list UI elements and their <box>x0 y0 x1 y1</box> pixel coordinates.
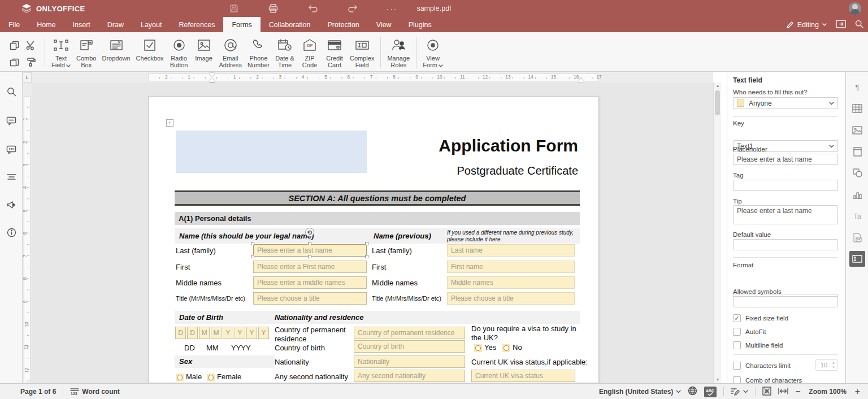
characters-limit-spinner[interactable]: 10▲▼ <box>815 359 838 371</box>
rotate-handle[interactable] <box>305 228 314 237</box>
tag-input[interactable] <box>733 180 838 191</box>
header-footer-settings-button[interactable] <box>849 144 865 159</box>
resize-handle[interactable] <box>251 255 254 258</box>
radio-button-button[interactable]: RadioButton <box>167 36 192 68</box>
characters-limit-checkbox[interactable]: Characters limit 10▲▼ <box>733 362 838 370</box>
paragraph-settings-button[interactable]: ¶ <box>849 79 865 95</box>
tab-file[interactable]: File <box>0 17 28 32</box>
phone-number-button[interactable]: PhoneNumber <box>245 36 272 68</box>
multiline-checkbox[interactable]: Multiline field <box>733 341 838 349</box>
fixed-size-checkbox[interactable]: ✓Fixed size field <box>733 314 838 322</box>
chart-settings-button[interactable] <box>849 187 865 202</box>
nationality-field[interactable]: Nationality <box>354 355 465 368</box>
tab-stop-selector[interactable]: L <box>23 72 32 83</box>
user-avatar[interactable] <box>849 2 861 15</box>
chat-button[interactable] <box>0 139 23 160</box>
middle-names-prev-field[interactable]: Middle names <box>447 276 575 289</box>
country-of-birth-field[interactable]: Country of birth <box>354 340 465 353</box>
tab-protection[interactable]: Protection <box>319 17 368 32</box>
fit-width-button[interactable] <box>778 388 788 396</box>
hanging-indent-marker[interactable] <box>209 78 215 82</box>
text-field-button[interactable]: TextField <box>49 36 73 68</box>
permanent-residence-field[interactable]: Country of permanent residence <box>354 327 465 339</box>
zoom-in-button[interactable]: + <box>855 387 860 397</box>
image-settings-button[interactable] <box>849 122 865 138</box>
credit-card-button[interactable]: CreditCard <box>322 36 347 68</box>
email-address-button[interactable]: EmailAddress <box>216 36 245 68</box>
set-language-button[interactable] <box>688 386 697 397</box>
redo-button[interactable] <box>345 2 360 15</box>
allowed-symbols-input[interactable] <box>733 296 838 307</box>
checkbox-icon[interactable] <box>733 328 741 336</box>
fit-page-button[interactable] <box>762 387 771 397</box>
sex-female-radio[interactable]: Female <box>207 371 241 381</box>
visa-status-field[interactable]: Current UK visa status <box>471 370 575 382</box>
editing-mode-button[interactable]: Editing <box>786 21 827 29</box>
table-move-handle[interactable]: + <box>166 119 173 127</box>
spell-check-button[interactable]: ABC <box>704 387 717 397</box>
undo-button[interactable] <box>306 2 320 15</box>
resize-handle[interactable] <box>251 242 254 245</box>
checkbox-button[interactable]: Checkbox <box>133 36 167 62</box>
tab-plugins[interactable]: Plugins <box>400 17 440 32</box>
placeholder-input[interactable]: Please enter a last name <box>733 154 838 165</box>
resize-handle[interactable] <box>365 242 368 245</box>
more-button[interactable]: ··· <box>385 2 400 15</box>
track-changes-button[interactable] <box>731 388 748 396</box>
second-nationality-field[interactable]: Any second nationality <box>354 370 465 382</box>
save-button[interactable] <box>227 2 241 15</box>
cut-button[interactable] <box>23 38 38 53</box>
resize-handle[interactable] <box>365 255 368 258</box>
checkbox-icon[interactable]: ✓ <box>733 314 741 322</box>
paste-button[interactable] <box>7 54 21 69</box>
mail-merge-settings-button[interactable] <box>849 229 865 245</box>
tab-view[interactable]: View <box>368 17 400 32</box>
first-name-field[interactable]: Please enter a First name <box>253 261 367 273</box>
date-time-button[interactable]: Date &Time <box>272 36 297 68</box>
tab-layout[interactable]: Layout <box>132 17 171 32</box>
language-button[interactable]: English (United States) <box>599 388 681 396</box>
complex-field-button[interactable]: ComplexField <box>347 36 377 68</box>
radio-icon[interactable] <box>176 374 184 381</box>
search-button[interactable] <box>855 20 863 30</box>
radio-icon[interactable] <box>474 344 482 352</box>
resize-handle[interactable] <box>308 255 311 258</box>
default-value-input[interactable] <box>733 239 838 250</box>
last-name-prev-field[interactable]: Last name <box>447 244 575 257</box>
tab-references[interactable]: References <box>170 17 223 32</box>
shape-settings-button[interactable] <box>849 165 865 181</box>
resize-handle[interactable] <box>308 242 311 245</box>
tab-forms[interactable]: Forms <box>223 17 260 32</box>
zip-code-button[interactable]: ZIP ZIPCode <box>297 36 322 68</box>
sex-male-radio[interactable]: Male <box>176 371 202 381</box>
autofit-checkbox[interactable]: AutoFit <box>733 328 838 336</box>
form-settings-button[interactable] <box>849 251 865 267</box>
image-button[interactable]: Image <box>192 36 216 62</box>
table-settings-button[interactable] <box>849 101 865 116</box>
middle-names-field[interactable]: Please enter a middle names <box>253 276 367 289</box>
first-name-prev-field[interactable]: First name <box>447 261 575 273</box>
headings-navigation-button[interactable] <box>0 167 23 188</box>
tip-input[interactable]: Please enter a last name <box>733 205 838 224</box>
tab-collaboration[interactable]: Collaboration <box>261 17 319 32</box>
visa-yes-radio[interactable]: Yes <box>474 342 496 352</box>
tab-draw[interactable]: Draw <box>99 17 132 32</box>
scroll-down-arrow[interactable]: ▼ <box>714 376 722 383</box>
tab-insert[interactable]: Insert <box>64 17 99 32</box>
open-file-location-button[interactable] <box>836 20 846 30</box>
zoom-out-button[interactable]: − <box>795 387 800 397</box>
page-number-button[interactable]: Page 1 of 6 <box>20 388 56 396</box>
search-sidebar-button[interactable] <box>0 81 23 102</box>
about-button[interactable] <box>0 222 23 243</box>
scroll-thumb[interactable] <box>715 90 720 115</box>
radio-icon[interactable] <box>502 344 510 352</box>
tab-home[interactable]: Home <box>28 17 64 32</box>
manage-roles-button[interactable]: ManageRoles <box>384 36 413 68</box>
dropdown-button[interactable]: Dropdown <box>99 36 133 62</box>
document-scrollbar[interactable]: ▲ ▼ <box>713 83 721 383</box>
logo-placeholder-box[interactable] <box>176 131 367 173</box>
right-indent-marker[interactable] <box>578 78 584 82</box>
checkbox-icon[interactable] <box>733 362 741 370</box>
checkbox-icon[interactable] <box>733 341 741 349</box>
visa-no-radio[interactable]: No <box>502 342 522 352</box>
